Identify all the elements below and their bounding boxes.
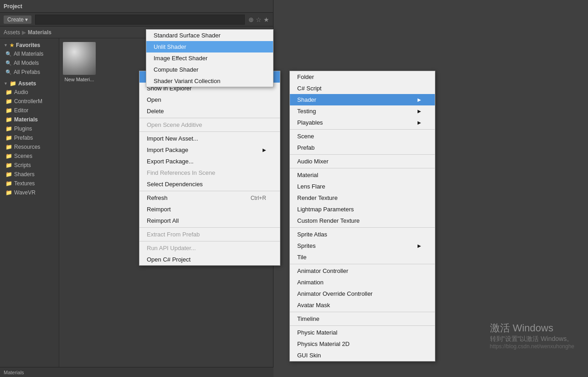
submenu-item-avatar-mask[interactable]: Avatar Mask <box>290 299 435 311</box>
shader-item-variant-collection[interactable]: Shader Variant Collection <box>146 75 273 87</box>
sidebar-item-all-materials[interactable]: 🔍 All Materials <box>0 49 59 58</box>
create-submenu: Folder C# Script Shader ▶ Testing ▶ Play… <box>289 71 435 361</box>
sidebar-item-controllerm[interactable]: 📁 ControllerM <box>0 97 59 106</box>
asset-thumbnail <box>63 42 96 75</box>
favorites-header: ▼ ★ Favorites <box>0 40 59 49</box>
sidebar-item-materials[interactable]: 📁 Materials <box>0 115 59 124</box>
footer-label: Materials <box>4 370 24 375</box>
submenu-item-animator-controller[interactable]: Animator Controller <box>290 265 435 277</box>
triangle-icon: ▼ <box>4 81 8 86</box>
folder-icon: 📁 <box>5 135 12 141</box>
folder-icon: 📁 <box>5 153 12 159</box>
toolbar-icons: ⊕ ☆ ★ <box>248 16 269 23</box>
menu-item-import-package[interactable]: Import Package ▶ <box>139 144 280 156</box>
asset-item[interactable]: New Materi... <box>63 42 96 82</box>
submenu-item-testing[interactable]: Testing ▶ <box>290 105 435 117</box>
separator-sub6 <box>290 312 435 312</box>
separator-sub1 <box>290 129 435 130</box>
watermark-subtitle: 转到"设置"以激活 Windows。 <box>490 335 574 343</box>
sidebar: ▼ ★ Favorites 🔍 All Materials 🔍 All Mode… <box>0 38 59 377</box>
submenu-item-animation[interactable]: Animation <box>290 277 435 288</box>
shader-submenu: Standard Surface Shader Unlit Shader Ima… <box>146 29 273 87</box>
assets-header: ▼ 📁 Assets <box>0 79 59 88</box>
submenu-item-scene[interactable]: Scene <box>290 131 435 142</box>
sidebar-item-wayvr[interactable]: 📁 WaveVR <box>0 188 59 197</box>
menu-item-open-csharp[interactable]: Open C# Project <box>139 254 280 265</box>
submenu-item-gui-skin[interactable]: GUI Skin <box>290 350 435 361</box>
menu-item-reimport-all[interactable]: Reimport All <box>139 215 280 226</box>
shader-item-image-effect[interactable]: Image Effect Shader <box>146 52 273 64</box>
menu-item-refresh[interactable]: Refresh Ctrl+R <box>139 192 280 204</box>
submenu-item-folder[interactable]: Folder <box>290 71 435 83</box>
arrow-icon: ▶ <box>418 120 421 125</box>
submenu-item-playables[interactable]: Playables ▶ <box>290 117 435 128</box>
submenu-item-render-texture[interactable]: Render Texture <box>290 192 435 204</box>
create-button[interactable]: Create ▾ <box>4 16 31 24</box>
submenu-item-physic-material[interactable]: Physic Material <box>290 327 435 338</box>
submenu-item-physics-material-2d[interactable]: Physics Material 2D <box>290 338 435 350</box>
breadcrumb-assets[interactable]: Assets <box>4 29 20 36</box>
sidebar-item-resources[interactable]: 📁 Resources <box>0 142 59 152</box>
panel-footer: Materials <box>0 367 273 377</box>
separator-sub4 <box>290 227 435 228</box>
submenu-item-tile[interactable]: Tile <box>290 251 435 263</box>
menu-item-delete[interactable]: Delete <box>139 105 280 117</box>
submenu-item-lens-flare[interactable]: Lens Flare <box>290 181 435 192</box>
submenu-item-timeline[interactable]: Timeline <box>290 313 435 325</box>
menu-item-reimport[interactable]: Reimport <box>139 204 280 215</box>
separator-sub5 <box>290 264 435 264</box>
arrow-icon: ▶ <box>263 147 266 152</box>
folder-icon: 📁 <box>5 189 12 196</box>
menu-item-run-api-updater: Run API Updater... <box>139 242 280 254</box>
asset-name: New Materi... <box>65 77 94 82</box>
sidebar-item-scenes[interactable]: 📁 Scenes <box>0 152 59 161</box>
panel-title: Project <box>4 3 22 10</box>
sidebar-item-prefabs[interactable]: 📁 Prefabs <box>0 133 59 142</box>
submenu-item-animator-override[interactable]: Animator Override Controller <box>290 288 435 299</box>
arrow-icon: ▶ <box>418 97 421 102</box>
submenu-item-material[interactable]: Material <box>290 169 435 181</box>
sidebar-item-plugins[interactable]: 📁 Plugins <box>0 124 59 133</box>
submenu-item-shader[interactable]: Shader ▶ <box>290 94 435 105</box>
folder-icon: 📁 <box>10 80 16 87</box>
assets-label: Assets <box>18 80 36 87</box>
submenu-item-lightmap-params[interactable]: Lightmap Parameters <box>290 204 435 215</box>
submenu-item-sprites[interactable]: Sprites ▶ <box>290 240 435 251</box>
star-icon: ★ <box>10 42 14 48</box>
watermark: 激活 Windows 转到"设置"以激活 Windows。 https://bl… <box>490 321 574 350</box>
sidebar-item-all-models[interactable]: 🔍 All Models <box>0 58 59 68</box>
sidebar-item-editor[interactable]: 📁 Editor <box>0 106 59 115</box>
separator-4 <box>139 227 280 228</box>
breadcrumb-materials[interactable]: Materials <box>28 29 52 36</box>
sidebar-item-all-prefabs[interactable]: 🔍 All Prefabs <box>0 68 59 77</box>
shader-item-unlit[interactable]: Unlit Shader <box>146 41 273 52</box>
favorites-label: Favorites <box>16 42 40 48</box>
sidebar-item-textures[interactable]: 📁 Textures <box>0 179 59 188</box>
submenu-item-custom-render-texture[interactable]: Custom Render Texture <box>290 215 435 226</box>
folder-icon: 📁 <box>5 116 12 123</box>
separator-5 <box>139 241 280 241</box>
watermark-url: https://blog.csdn.net/wenxuhonghe <box>490 343 574 350</box>
menu-item-select-dependencies[interactable]: Select Dependencies <box>139 178 280 190</box>
menu-item-export-package[interactable]: Export Package... <box>139 156 280 167</box>
sidebar-item-shaders[interactable]: 📁 Shaders <box>0 170 59 179</box>
shortcut-label: Ctrl+R <box>251 195 266 201</box>
arrow-icon: ▶ <box>418 109 421 114</box>
separator-sub3 <box>290 168 435 168</box>
shader-item-standard[interactable]: Standard Surface Shader <box>146 30 273 41</box>
sidebar-item-audio[interactable]: 📁 Audio <box>0 88 59 97</box>
search-input[interactable] <box>35 15 245 25</box>
submenu-item-csharp[interactable]: C# Script <box>290 83 435 94</box>
separator-2 <box>139 131 280 132</box>
submenu-item-sprite-atlas[interactable]: Sprite Atlas <box>290 229 435 240</box>
submenu-item-prefab[interactable]: Prefab <box>290 142 435 153</box>
submenu-item-audio-mixer[interactable]: Audio Mixer <box>290 156 435 167</box>
sidebar-item-scripts[interactable]: 📁 Scripts <box>0 161 59 170</box>
panel-header: Project <box>0 0 273 13</box>
menu-item-import-new-asset[interactable]: Import New Asset... <box>139 133 280 144</box>
menu-item-open[interactable]: Open <box>139 94 280 105</box>
breadcrumb-separator: ▶ <box>22 29 26 36</box>
shader-item-compute[interactable]: Compute Shader <box>146 64 273 75</box>
folder-icon: 📁 <box>5 180 12 187</box>
search-icon: 🔍 <box>5 69 12 75</box>
